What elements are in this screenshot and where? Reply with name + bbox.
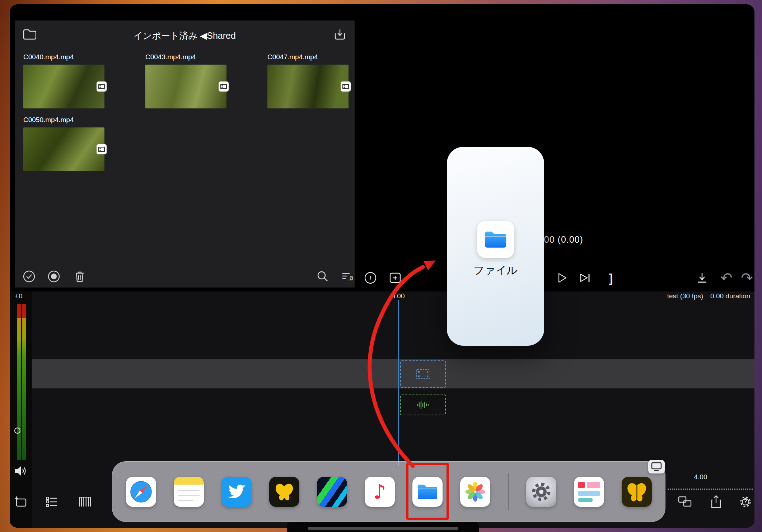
dock-divider [508,473,509,510]
dock-app-photos[interactable] [460,477,490,507]
redo-button[interactable]: ↷ [739,270,754,286]
colorful-document-icon [574,477,604,507]
checkmark-circle-icon [23,270,36,283]
drag-preview-card[interactable]: ファイル [447,147,544,346]
insert-down-icon [696,271,709,284]
dock-app-ulysses-2[interactable] [622,477,652,507]
layout-panels-icon [678,496,692,508]
library-header: インポート済み ◀Shared [15,20,355,48]
playhead-line[interactable] [398,300,399,466]
clip-thumbnail[interactable] [23,65,104,108]
drag-app-label: ファイル [447,263,544,278]
audio-meter-left [17,304,21,460]
dock-app-lumafusion[interactable] [317,477,347,507]
out-bracket-icon: ] [609,271,613,285]
search-button[interactable] [314,268,331,285]
photos-pinwheel-icon [463,479,488,504]
files-app-tile [477,221,514,258]
select-clips-button[interactable] [21,268,37,285]
clip-thumbnail[interactable] [23,127,104,171]
project-info: test (30 fps) 0.00 duration [667,292,750,300]
butterfly-icon [273,481,296,503]
layout-button[interactable] [677,494,693,510]
insert-to-timeline-button[interactable] [694,270,710,286]
dock: ♪ [112,461,665,522]
sort-letter: a [350,274,353,281]
music-note-icon: ♪ [373,482,386,502]
skip-to-end-button[interactable] [577,270,593,286]
timeline-ruler[interactable] [668,489,753,490]
clip-filename: C0050.mp4.mp4 [23,116,104,124]
video-editor-window: インポート済み ◀Shared C0040.mp4.mp4 [10,4,754,528]
video-frame-icon [416,369,431,379]
clip-item[interactable]: C0040.mp4.mp4 [23,53,104,108]
safari-compass-icon [128,479,154,505]
project-name-label: test (30 fps) [667,292,703,300]
record-circle-icon [47,270,60,283]
share-icon [710,495,722,509]
clip-item[interactable]: C0050.mp4.mp4 [23,116,104,171]
dock-app-notes[interactable] [174,477,204,507]
add-overlay-button[interactable] [387,270,403,286]
video-drop-placeholder[interactable] [400,360,446,388]
gain-knob[interactable] [14,428,20,434]
dock-app-news[interactable] [574,477,604,507]
play-button[interactable] [554,270,570,286]
clip-list-button[interactable] [44,494,60,510]
speaker-button[interactable] [13,463,28,479]
notes-icon [174,477,204,507]
record-button[interactable] [46,268,62,285]
add-clip-icon [14,495,27,508]
list-icon [45,496,58,508]
clip-item[interactable]: C0047.mp4.mp4 [267,53,349,108]
sort-icon: a [341,270,354,283]
dock-app-ulysses[interactable] [269,477,299,507]
dock-app-settings[interactable] [526,477,556,507]
library-toolbar: a [15,265,355,288]
import-button[interactable] [332,26,348,43]
speaker-icon [14,465,27,477]
help-mark: ? [738,498,753,505]
clip-info-button[interactable]: i [363,270,378,286]
clip-item[interactable]: C0043.mp4.mp4 [145,53,226,108]
display-mirroring-chip[interactable] [648,460,665,473]
video-media-badge-icon [97,81,107,92]
undo-button[interactable]: ↶ [719,270,734,286]
trash-icon [74,270,85,283]
sort-button[interactable]: a [339,268,356,285]
frame-view-button[interactable] [78,494,93,510]
clip-filename: C0043.mp4.mp4 [145,53,226,61]
main-video-track[interactable] [32,359,754,388]
media-library-panel: インポート済み ◀Shared C0040.mp4.mp4 [15,20,355,288]
library-title[interactable]: インポート済み ◀Shared [15,30,355,42]
waveform-icon [416,400,430,410]
clip-thumbnail[interactable] [145,65,226,108]
undo-icon: ↶ [720,270,733,286]
settings-gear-icon [530,481,552,503]
dock-app-files[interactable] [412,477,443,507]
audio-drop-placeholder[interactable] [400,395,446,415]
dock-app-safari[interactable] [126,477,156,507]
ipad-screen: インポート済み ◀Shared C0040.mp4.mp4 [0,0,762,532]
video-media-badge-icon [341,81,351,92]
playhead-time-label: 0.00 [387,292,409,300]
settings-help-button[interactable]: ? [738,494,753,510]
set-out-point-button[interactable]: ] [603,270,619,286]
dock-app-music[interactable]: ♪ [365,477,395,507]
dock-app-twitter[interactable] [221,477,252,507]
home-indicator[interactable] [308,527,458,530]
clip-filename: C0040.mp4.mp4 [23,53,104,61]
search-icon [316,270,329,283]
audio-meter-right [22,304,26,460]
audio-meter-column [10,291,32,528]
delete-button[interactable] [71,268,88,285]
clip-thumbnail[interactable] [267,65,349,108]
gain-label: +0 [15,292,23,300]
butterfly-gold-icon [625,481,649,503]
share-button[interactable] [708,494,724,510]
info-icon: i [364,271,377,284]
frames-comb-icon [79,496,92,508]
video-media-badge-icon [219,81,229,92]
gear-question-icon: ? [738,495,753,509]
add-clip-button[interactable] [13,494,28,510]
